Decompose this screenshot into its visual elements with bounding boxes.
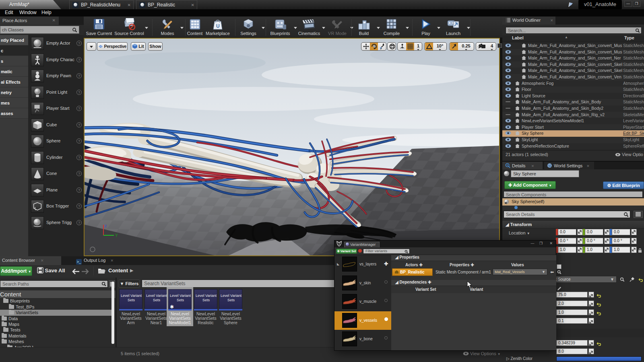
svg-text:Y: Y <box>115 233 118 238</box>
svg-text:U: U <box>216 23 220 29</box>
svg-text:z: z <box>105 224 107 228</box>
